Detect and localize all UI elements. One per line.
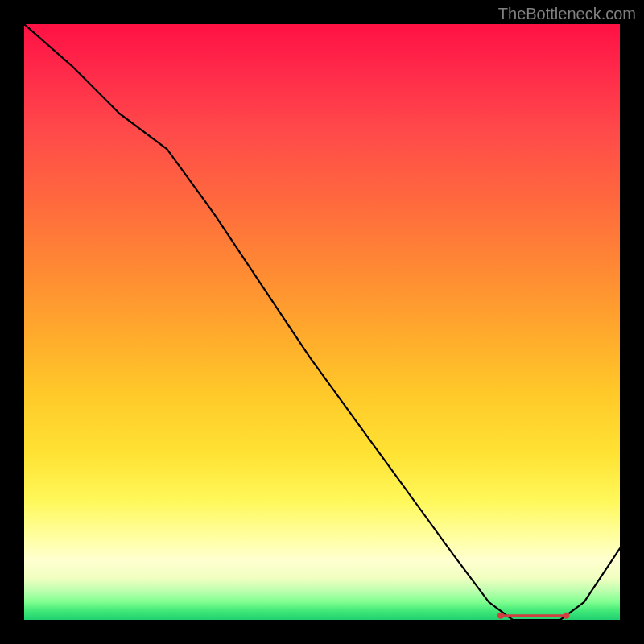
valley-dot-left	[497, 613, 504, 619]
valley-dot-right	[563, 613, 569, 619]
attribution-text: TheBottleneck.com	[498, 5, 636, 23]
chart-svg	[24, 24, 620, 620]
bottleneck-curve-line	[24, 24, 620, 620]
plot-area	[24, 24, 620, 620]
